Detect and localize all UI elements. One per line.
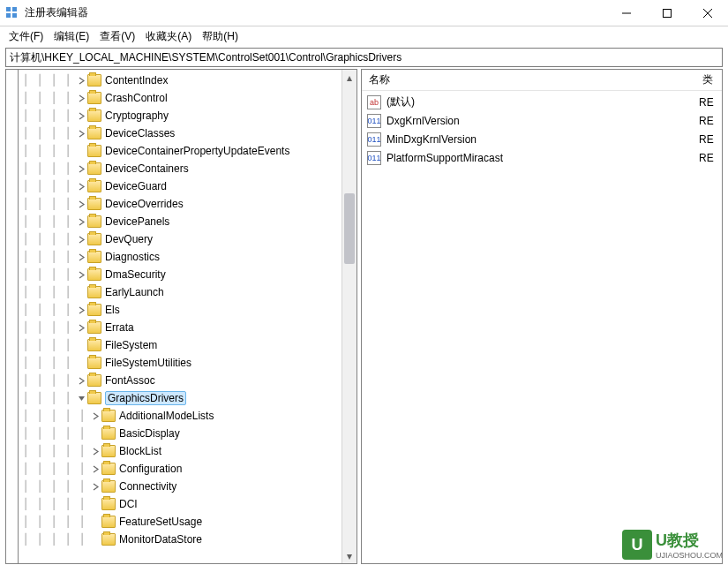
- tree-node-diagnostics[interactable]: ││││Diagnostics: [19, 248, 356, 266]
- value-row[interactable]: 011MinDxgKrnlVersionRE: [362, 130, 722, 148]
- folder-icon: [87, 268, 101, 281]
- folder-icon: [87, 392, 101, 404]
- folder-icon: [87, 180, 101, 192]
- binary-value-icon: 011: [367, 151, 381, 165]
- expander-icon[interactable]: [75, 94, 87, 102]
- expander-icon[interactable]: [75, 200, 87, 208]
- branding-logo: U U教授 UJIAOSHOU.COM: [622, 530, 723, 560]
- tree-node-basicdisplay[interactable]: │││││BasicDisplay: [19, 425, 356, 442]
- expander-icon[interactable]: [75, 218, 87, 226]
- maximize-button[interactable]: [647, 0, 687, 26]
- scroll-up-button[interactable]: ▴: [342, 70, 356, 85]
- list-header[interactable]: 名称 类: [362, 70, 722, 91]
- tree-node-devicecontainers[interactable]: ││││DeviceContainers: [19, 160, 356, 177]
- expander-icon[interactable]: [89, 483, 101, 491]
- value-type: RE: [699, 96, 722, 109]
- expander-icon[interactable]: [75, 183, 87, 191]
- tree-node-devicecontainerpropertyupdateevents[interactable]: ││││DeviceContainerPropertyUpdateEvents: [19, 142, 356, 160]
- expander-icon[interactable]: [75, 77, 87, 85]
- expander-icon[interactable]: [75, 236, 87, 244]
- value-name: MinDxgKrnlVersion: [387, 133, 699, 146]
- value-row[interactable]: 011PlatformSupportMiracastRE: [362, 148, 722, 167]
- address-bar[interactable]: 计算机\HKEY_LOCAL_MACHINE\SYSTEM\ControlSet…: [5, 48, 723, 67]
- folder-icon: [87, 233, 101, 245]
- tree-node-crashcontrol[interactable]: ││││CrashControl: [19, 89, 356, 107]
- scroll-down-button[interactable]: ▾: [342, 548, 356, 563]
- menu-favorites[interactable]: 收藏夹(A): [146, 29, 191, 44]
- title-bar: 注册表编辑器: [0, 0, 728, 26]
- tree-node-monitordatastore[interactable]: │││││MonitorDataStore: [19, 531, 356, 548]
- folder-icon: [87, 251, 101, 263]
- folder-icon: [87, 145, 101, 157]
- menu-view[interactable]: 查看(V): [100, 29, 135, 44]
- tree-node-els[interactable]: ││││Els: [19, 301, 356, 319]
- tree-node-blocklist[interactable]: │││││BlockList: [19, 442, 356, 460]
- close-button[interactable]: [687, 0, 728, 26]
- folder-icon: [101, 445, 116, 457]
- tree-node-earlylaunch[interactable]: ││││EarlyLaunch: [19, 283, 356, 301]
- folder-icon: [87, 109, 101, 122]
- tree-node-fontassoc[interactable]: ││││FontAssoc: [19, 372, 356, 389]
- window-title: 注册表编辑器: [25, 5, 606, 20]
- folder-icon: [87, 162, 101, 175]
- binary-value-icon: 011: [367, 114, 381, 128]
- value-row[interactable]: 011DxgKrnlVersionRE: [362, 111, 722, 130]
- folder-icon: [87, 286, 101, 298]
- menu-bar: 文件(F) 编辑(E) 查看(V) 收藏夹(A) 帮助(H): [0, 26, 728, 46]
- left-gutter: [5, 69, 18, 564]
- expander-icon[interactable]: [75, 395, 87, 403]
- expander-icon[interactable]: [89, 465, 101, 473]
- menu-help[interactable]: 帮助(H): [202, 29, 238, 44]
- tree-node-graphicsdrivers[interactable]: ││││GraphicsDrivers: [19, 389, 356, 407]
- app-icon: [5, 6, 19, 20]
- tree-pane[interactable]: ││││ContentIndex││││CrashControl││││Cryp…: [18, 69, 357, 564]
- expander-icon[interactable]: [75, 253, 87, 261]
- tree-node-filesystem[interactable]: ││││FileSystem: [19, 336, 356, 354]
- tree-node-errata[interactable]: ││││Errata: [19, 319, 356, 336]
- expander-icon[interactable]: [75, 130, 87, 138]
- tree-node-connectivity[interactable]: │││││Connectivity: [19, 478, 356, 495]
- expander-icon[interactable]: [75, 271, 87, 279]
- expander-icon[interactable]: [75, 324, 87, 332]
- tree-node-additionalmodelists[interactable]: │││││AdditionalModeLists: [19, 407, 356, 425]
- folder-icon: [101, 533, 116, 546]
- tree-node-dci[interactable]: │││││DCI: [19, 495, 356, 513]
- col-name[interactable]: 名称: [362, 72, 695, 87]
- values-pane[interactable]: 名称 类 ab(默认)RE011DxgKrnlVersionRE011MinDx…: [361, 69, 723, 564]
- tree-node-deviceclasses[interactable]: ││││DeviceClasses: [19, 124, 356, 142]
- tree-node-devicepanels[interactable]: ││││DevicePanels: [19, 213, 356, 230]
- tree-node-featuresetusage[interactable]: │││││FeatureSetUsage: [19, 513, 356, 531]
- expander-icon[interactable]: [75, 377, 87, 385]
- folder-icon: [101, 498, 116, 510]
- svg-rect-1: [12, 7, 17, 11]
- tree-node-deviceoverrides[interactable]: ││││DeviceOverrides: [19, 195, 356, 213]
- tree-node-cryptography[interactable]: ││││Cryptography: [19, 107, 356, 124]
- tree-node-devquery[interactable]: ││││DevQuery: [19, 230, 356, 248]
- tree-node-filesystemutilities[interactable]: ││││FileSystemUtilities: [19, 354, 356, 372]
- tree-node-contentindex[interactable]: ││││ContentIndex: [19, 72, 356, 89]
- folder-icon: [87, 321, 101, 334]
- folder-icon: [87, 92, 101, 104]
- tree-node-configuration[interactable]: │││││Configuration: [19, 460, 356, 478]
- value-row[interactable]: ab(默认)RE: [362, 93, 722, 111]
- logo-text: U教授: [656, 530, 723, 551]
- tree-node-dmasecurity[interactable]: ││││DmaSecurity: [19, 266, 356, 283]
- svg-rect-5: [664, 9, 672, 17]
- minimize-button[interactable]: [606, 0, 647, 26]
- tree-scrollbar[interactable]: ▴ ▾: [341, 70, 356, 563]
- value-name: DxgKrnlVersion: [387, 115, 699, 127]
- col-type[interactable]: 类: [695, 72, 722, 87]
- expander-icon[interactable]: [89, 448, 101, 456]
- expander-icon[interactable]: [89, 412, 101, 420]
- folder-icon: [101, 427, 116, 440]
- menu-file[interactable]: 文件(F): [9, 29, 43, 44]
- scroll-thumb[interactable]: [344, 193, 355, 264]
- expander-icon[interactable]: [75, 165, 87, 173]
- value-type: RE: [699, 115, 722, 127]
- address-text: 计算机\HKEY_LOCAL_MACHINE\SYSTEM\ControlSet…: [10, 50, 402, 65]
- menu-edit[interactable]: 编辑(E): [54, 29, 89, 44]
- folder-icon: [87, 215, 101, 228]
- expander-icon[interactable]: [75, 112, 87, 120]
- expander-icon[interactable]: [75, 306, 87, 314]
- tree-node-deviceguard[interactable]: ││││DeviceGuard: [19, 177, 356, 195]
